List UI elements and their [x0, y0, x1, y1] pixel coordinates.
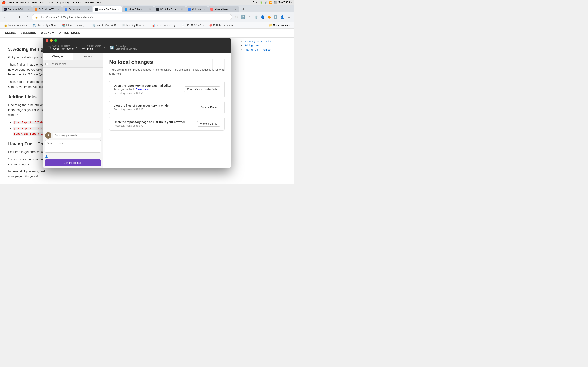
window-minimize-button[interactable] [50, 39, 53, 42]
current-repository-section[interactable]: ⬚ Current Repository cse15l-lab-reports … [45, 43, 80, 52]
menu-view[interactable]: View [48, 1, 53, 4]
apple-menu-icon[interactable]: 🍎 [2, 1, 6, 4]
tab-calendar[interactable]: Calendar × [186, 6, 208, 12]
right-sidebar: Including Screenshots Adding Links Havin… [237, 38, 294, 184]
tab-week0[interactable]: Week 0 – Setup × [93, 6, 122, 12]
open-vscode-button[interactable]: Open in Visual Studio Code [184, 86, 220, 92]
tab-history-label: History [84, 55, 92, 58]
tab-close-audit[interactable]: × [234, 8, 237, 11]
select-all-checkbox[interactable]: ✓ [45, 63, 48, 66]
tab-history[interactable]: History [73, 53, 103, 60]
profile-icon[interactable]: 👤 [279, 14, 285, 20]
tab-close-so[interactable]: × [57, 8, 60, 11]
preferences-link[interactable]: Preferences [136, 88, 149, 91]
bookmark-library[interactable]: 📚 Library/Learning R... [61, 23, 90, 27]
nav-weeks[interactable]: WEEKS ▾ [41, 30, 53, 35]
bookmark-bypass[interactable]: 🔒 Bypass Windows... [2, 23, 30, 27]
bookmark-learning[interactable]: 📖 Learning How to L... [121, 23, 149, 27]
forward-button[interactable]: → [10, 14, 16, 20]
new-tab-button[interactable]: + [241, 7, 246, 12]
reload-button[interactable]: ↻ [17, 14, 23, 20]
clock: Tue 7:56 AM [278, 1, 292, 4]
tab-my-audit[interactable]: My Audit – Audi... × [208, 6, 239, 12]
suggestion-external-editor-content: Open the repository in your external edi… [113, 84, 184, 95]
tab-so-really[interactable]: So Really -- W... × [33, 6, 62, 12]
tab-close-geo[interactable]: × [87, 8, 90, 11]
bookmark-icon[interactable]: ☆ [247, 14, 252, 20]
bookmarks-folder-other[interactable]: 📁 Other Favorites [268, 23, 292, 27]
suggestion-finder-content: View the files of your repository in Fin… [113, 104, 198, 111]
menu-edit[interactable]: Edit [40, 1, 44, 4]
control-center-icon[interactable]: 🎛️ [274, 1, 277, 4]
window-close-button[interactable] [46, 39, 48, 42]
fetch-origin-section[interactable]: 🔄 Fetch origin Last fetched just now [107, 43, 139, 52]
nav-weeks-label: WEEKS [41, 31, 51, 34]
tab-favicon-submissions [125, 8, 127, 11]
menu-repository[interactable]: Repository [57, 1, 69, 4]
tab-close-coursera[interactable]: × [27, 8, 30, 11]
menu-help[interactable]: Help [97, 1, 103, 4]
share-icon[interactable]: ⬆️ [240, 14, 246, 20]
suggestion-finder: View the files of your repository in Fin… [109, 100, 225, 114]
extension-icon-3[interactable]: 🔶 [266, 14, 272, 20]
tab-title-coursera: Coursera | Onli... [8, 8, 26, 10]
show-in-finder-button[interactable]: Show in Finder [198, 105, 220, 110]
home-button[interactable]: ⌂ [25, 14, 30, 20]
branch-chevron-icon: ▾ [104, 47, 104, 49]
download-icon[interactable]: ⬇️ [273, 14, 278, 20]
tab-geolocation[interactable]: Geolocation wi... × [62, 6, 93, 12]
tab-favicon-so [35, 8, 37, 11]
tab-title-so: So Really -- W... [39, 8, 56, 10]
tab-title-week0: Week 0 – Setup [99, 8, 116, 10]
tab-close-week1[interactable]: × [180, 8, 183, 11]
tab-title-audit: My Audit – Audi... [215, 8, 233, 10]
tab-close-week0[interactable]: × [117, 8, 120, 11]
sidebar-link-screenshots[interactable]: Including Screenshots [244, 40, 270, 43]
bookmark-github[interactable]: 🐙 GitHub – solomon... [208, 23, 236, 27]
menu-window[interactable]: Window [84, 1, 94, 4]
bookmark-shop[interactable]: ✈️ Shop - Flight Sear... [31, 23, 60, 27]
system-icon-dots: ··· [256, 1, 258, 4]
commit-description-input[interactable] [45, 140, 101, 152]
branch-icon: ⎇ [82, 46, 86, 49]
system-icon-e: E [253, 1, 254, 4]
extension-icon-2[interactable]: 🔵 [260, 14, 265, 20]
bookmark-matilde[interactable]: 🛒 Matilde Vicenzi, D... [91, 23, 120, 27]
sidebar-link-links[interactable]: Adding Links [244, 44, 259, 47]
sidebar-link-fun[interactable]: Having Fun – Themes [244, 48, 270, 51]
menu-file[interactable]: File [32, 1, 36, 4]
github-desktop-right-panel: No local changes There are no uncommitte… [103, 53, 231, 168]
nav-cse15l[interactable]: CSE15L [5, 30, 16, 35]
menu-github-desktop[interactable]: GitHub Desktop [9, 1, 29, 4]
tab-changes[interactable]: Changes [43, 53, 73, 60]
bookmark-label-derivatives: Derivatives of Trig... [156, 24, 177, 27]
nav-syllabus[interactable]: SYLLABUS [21, 30, 36, 35]
menu-branch[interactable]: Branch [73, 1, 81, 4]
extension-icon-1[interactable]: 🛡️ [253, 14, 259, 20]
tab-week1[interactable]: Week 1 – Remo... × [154, 6, 186, 12]
changed-files-count: 0 changed files [50, 63, 66, 66]
tab-title-geo: Geolocation wi... [69, 8, 86, 10]
commit-button[interactable]: Commit to main [45, 159, 101, 166]
more-icon[interactable]: ··· [286, 14, 292, 20]
repository-chevron-icon: ▾ [76, 47, 77, 49]
tab-close-calendar[interactable]: × [203, 8, 206, 11]
tab-coursera[interactable]: C Coursera | Onli... × [2, 6, 32, 12]
bookmark-derivatives[interactable]: 📊 Derivatives of Trig... [150, 23, 179, 27]
tab-close-submissions[interactable]: × [148, 8, 152, 11]
nav-office-hours[interactable]: OFFICE HOURS [59, 30, 80, 35]
user-avatar: S [45, 132, 52, 139]
commit-summary-input[interactable] [53, 133, 101, 138]
github-desktop-toolbar: ⬚ Current Repository cse15l-lab-reports … [43, 42, 231, 53]
tab-view-submissions[interactable]: View Submissio... × [122, 6, 154, 12]
tab-favicon-week1 [156, 8, 159, 11]
view-on-github-button[interactable]: View on GitHub [197, 121, 220, 127]
back-button[interactable]: ← [2, 14, 8, 20]
bookmark-pdf[interactable]: 📄 1411Ch3Sec2.pdf [180, 23, 207, 27]
current-branch-section[interactable]: ⎇ Current Branch main ▾ [80, 43, 107, 52]
checkbox-check-icon: ✓ [46, 63, 48, 65]
url-bar[interactable]: 🔒 https://ucsd-cse15l-f22.github.io/week… [32, 14, 232, 20]
window-maximize-button[interactable] [54, 39, 57, 42]
reader-mode-icon[interactable]: 📖 [233, 14, 239, 20]
bookmarks-more-button[interactable]: › [263, 23, 267, 27]
